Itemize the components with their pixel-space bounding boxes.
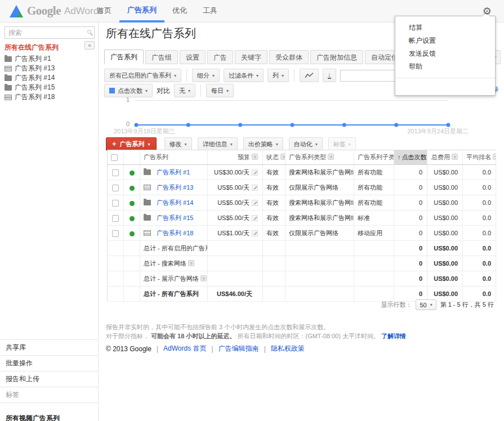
columns-button[interactable]: 列▾ [267,69,289,82]
chevron-down-icon: ▾ [226,88,229,93]
tab-campaigns[interactable]: 广告系列 [104,50,144,64]
col-header-avg-position[interactable]: 平均排名? [463,150,496,165]
automate-button[interactable]: 自动化▾ [289,137,323,151]
tab-keywords[interactable]: 关键字 [235,50,267,64]
page-title: 所有在线广告系列 [106,26,196,41]
status-enabled-icon[interactable] [130,216,135,221]
nav-campaigns[interactable]: 广告系列 [119,0,164,23]
display-campaign-icon [5,95,12,100]
folder-campaign-icon [5,56,12,62]
edit-budget-icon[interactable] [252,169,258,176]
new-campaign-button[interactable]: + 广告系列 ▾ [106,137,157,151]
edit-budget-icon[interactable] [252,185,258,191]
footer-link-adwords-home[interactable]: AdWords 首页 [163,344,206,353]
campaign-link[interactable]: 广告系列 #15 [15,83,55,92]
status-enabled-icon[interactable] [130,186,135,191]
view-filter-button[interactable]: 所有已启用的广告系列▾ [104,69,181,82]
campaign-link[interactable]: 广告系列 #18 [15,92,55,102]
menu-item-account-settings[interactable]: 帐户设置 [395,34,495,47]
sidebar-campaign-item[interactable]: 广告系列 #15 [5,83,96,92]
col-header-name[interactable]: 广告系列 [140,150,208,165]
help-icon[interactable]: ? [188,260,194,266]
campaign-link[interactable]: 广告系列 #14 [157,199,193,207]
menu-item-billing[interactable]: 结算 [395,21,495,34]
sidebar-all-campaigns[interactable]: 所有在线广告系列 [5,43,59,52]
select-all-checkbox[interactable] [111,154,118,161]
edit-budget-icon[interactable] [252,215,258,221]
table-header-row: 广告系列 预算? 状态? 广告系列类型? 广告系列子类型 ↑点击次数? 总费用?… [108,150,496,165]
segment-button[interactable]: 细分▾ [192,69,220,82]
help-icon[interactable]: ? [252,154,258,160]
sidebar-campaign-item[interactable]: 广告系列 #13 [5,64,96,73]
col-header-status[interactable]: 状态? [263,150,286,165]
labels-button[interactable]: 标签▾ [328,137,356,151]
col-header-clicks-sorted[interactable]: ↑点击次数? [394,150,427,165]
sidebar-item-reports-uploads[interactable]: 报告和上传 [0,371,98,387]
edit-button[interactable]: 修改▾ [164,137,192,151]
status-enabled-icon[interactable] [130,231,135,236]
sidebar-item-shared-library[interactable]: 共享库 [0,339,98,355]
tab-ad-extensions[interactable]: 广告附加信息 [310,50,363,64]
col-header-budget[interactable]: 预算? [208,150,263,165]
table-search-input[interactable] [340,70,398,82]
filter-button[interactable]: 过滤条件▾ [224,69,264,82]
col-header-type[interactable]: 广告系列类型? [286,150,354,165]
sidebar-item-bulk-operations[interactable]: 批量操作 [0,355,98,371]
campaign-link[interactable]: 广告系列 #1 [157,168,190,177]
col-header-cost[interactable]: 总费用? [427,150,463,165]
footer-link-editorial-guidelines[interactable]: 广告编辑指南 [218,344,259,353]
nav-opportunities[interactable]: 优化 [164,0,195,23]
col-header-subtype[interactable]: 广告系列子类型 [354,150,394,165]
sidebar-campaign-item[interactable]: 广告系列 #18 [5,92,96,102]
campaign-link[interactable]: 广告系列 #13 [157,183,193,192]
total-enabled-row: 总计 - 所有启用的广告系列 0 US$0.00 0.0 [108,241,496,256]
campaign-link[interactable]: 广告系列 #14 [15,73,55,83]
menu-item-help[interactable]: 帮助 [395,60,495,73]
help-icon[interactable]: ? [200,275,207,281]
menu-divider [395,78,495,78]
help-icon[interactable]: ? [452,154,458,160]
campaign-link[interactable]: 广告系列 #13 [15,64,55,73]
help-icon[interactable]: ? [280,154,286,160]
tab-ad-groups[interactable]: 广告组 [145,50,178,64]
help-icon[interactable]: ? [328,154,334,160]
gear-icon[interactable]: ⚙ [483,5,492,17]
details-button[interactable]: 详细信息▾ [198,137,238,151]
tab-audiences[interactable]: 受众群体 [269,50,309,64]
nav-tools[interactable]: 工具 [195,0,225,23]
campaign-row: 广告系列 #14 US$5.00/天 有效 搜索网络和展示广告网络 所有功能 0… [108,195,496,210]
sidebar-bottom-nav: 共享库 批量操作 报告和上传 标签 所有视频广告系列 [0,339,98,421]
sidebar-campaign-item[interactable]: 广告系列 #1 [5,54,96,64]
campaign-link[interactable]: 广告系列 #18 [157,229,193,238]
row-checkbox[interactable] [112,230,119,237]
row-checkbox[interactable] [112,215,119,222]
footer-link-privacy-policy[interactable]: 隐私权政策 [271,344,305,353]
toggle-chart-button[interactable] [300,69,319,82]
tab-settings[interactable]: 设置 [180,50,206,64]
row-checkbox[interactable] [112,200,119,207]
sidebar-search-input[interactable] [5,26,95,39]
tab-ads[interactable]: 广告 [207,50,233,64]
edit-budget-icon[interactable] [252,230,258,236]
status-enabled-icon[interactable] [130,201,135,206]
sidebar-item-video-campaigns[interactable]: 所有视频广告系列 [0,402,98,421]
nav-home[interactable]: 首页 [89,0,119,23]
help-icon[interactable]: ? [493,154,496,160]
campaign-link[interactable]: 广告系列 #1 [15,54,51,64]
sidebar-collapse-button[interactable]: « [84,41,95,50]
menu-item-send-feedback[interactable]: 发送反馈 [395,47,495,60]
row-checkbox[interactable] [112,169,119,176]
download-button[interactable]: ↓ [323,69,336,82]
chevron-down-icon: ▾ [148,142,150,147]
page-size-select[interactable]: 50▾ [416,299,436,310]
row-checkbox[interactable] [112,185,119,191]
edit-budget-icon[interactable] [252,200,258,206]
sidebar-item-labels[interactable]: 标签 [0,387,98,402]
sidebar-campaign-item[interactable]: 广告系列 #14 [5,73,96,83]
campaign-link[interactable]: 广告系列 #15 [157,214,193,222]
learn-more-link[interactable]: 了解详情 [381,333,406,339]
chevron-down-icon: ▾ [185,142,187,147]
status-enabled-icon[interactable] [130,171,135,176]
campaign-row: 广告系列 #13 US$5.00/天 有效 仅限展示广告网络 所有功能 0 US… [108,180,496,195]
bid-strategy-button[interactable]: 出价策略▾ [243,137,283,151]
